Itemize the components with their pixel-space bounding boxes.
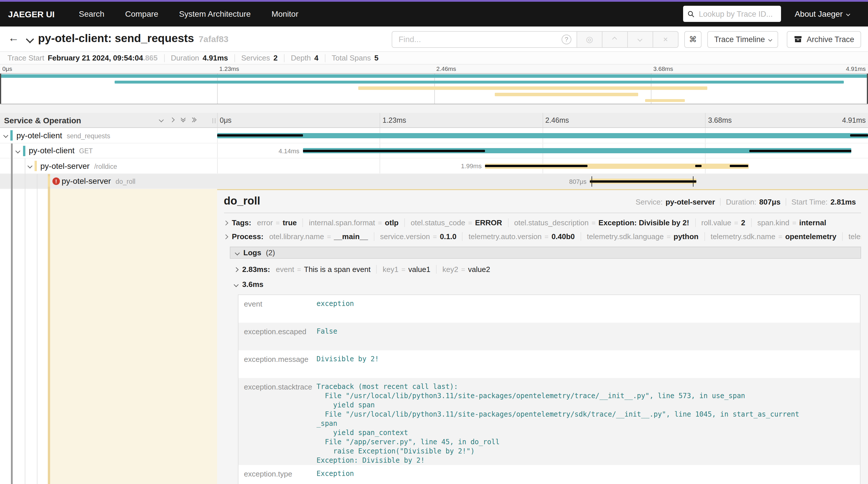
kv-key: roll.value xyxy=(701,218,731,227)
log-field-chip: key2=value2 xyxy=(442,265,496,274)
nav-link-monitor[interactable]: Monitor xyxy=(272,9,298,19)
timeline-tick-label: 4.91ms xyxy=(842,116,866,124)
span-detail-header: do_roll Service:py-otel-server Duration:… xyxy=(224,195,861,207)
span-detail-section: do_roll Service:py-otel-server Duration:… xyxy=(0,189,868,484)
trace-meta-bar: Trace StartFebruary 21 2024, 09:54:04.86… xyxy=(0,52,868,64)
process-row[interactable]: Process: otel.library.name=__main__servi… xyxy=(224,232,861,241)
span-expander-icon[interactable] xyxy=(16,148,21,153)
span-bar[interactable] xyxy=(217,133,868,138)
prev-result-button[interactable] xyxy=(602,31,628,48)
span-service-name[interactable]: py-otel-server/rolldice xyxy=(40,161,117,170)
span-log-marker xyxy=(693,176,694,186)
expand-all-icon[interactable] xyxy=(192,118,196,122)
span-row[interactable]: py-otel-server/rolldice1.99ms xyxy=(0,158,868,174)
focus-span-button[interactable]: ◎ xyxy=(577,31,602,48)
log-kv-key: exception.escaped xyxy=(238,323,314,350)
find-box[interactable]: ? xyxy=(392,31,577,48)
nav-link-system-architecture[interactable]: System Architecture xyxy=(179,9,251,19)
kv-value: __main__ xyxy=(334,232,368,241)
detail-divider xyxy=(224,213,861,213)
span-log-marker xyxy=(591,176,592,186)
tags-list: error=trueinternal.span.format=otlpotel.… xyxy=(257,218,837,227)
view-type-dropdown[interactable]: Trace Timeline xyxy=(707,31,778,48)
collapse-one-icon[interactable] xyxy=(159,118,164,122)
minimap-tick-label: 4.91ms xyxy=(846,65,866,72)
kv-value: true xyxy=(282,218,297,227)
timeline-tick-label: 1.23ms xyxy=(382,116,406,124)
minimap-right-handle[interactable] xyxy=(867,73,868,103)
trace-meta-item: Depth4 xyxy=(284,54,325,62)
span-service-name[interactable]: py-otel-serverdo_roll xyxy=(62,176,135,185)
trace-title: py-otel-client: send_requests7afaf83 xyxy=(38,32,228,45)
nav-link-search[interactable]: Search xyxy=(79,9,104,19)
log-kv-key: exception.stacktrace xyxy=(238,378,314,465)
kv-equals: = xyxy=(297,265,301,273)
critical-path-segment xyxy=(217,134,303,137)
kv-equals: = xyxy=(276,219,280,227)
find-input[interactable] xyxy=(397,34,558,44)
span-row[interactable]: py-otel-clientGET4.14ms xyxy=(0,143,868,158)
archive-icon xyxy=(794,35,803,43)
span-operation-name: send_requests xyxy=(67,132,110,139)
span-expander-icon[interactable] xyxy=(3,133,8,138)
span-expander-icon[interactable] xyxy=(28,164,33,169)
duration-value: 807μs xyxy=(759,198,780,206)
expand-one-icon[interactable] xyxy=(170,118,175,122)
critical-path-segment xyxy=(749,150,851,152)
minimap-canvas[interactable] xyxy=(0,73,868,104)
back-button[interactable]: ← xyxy=(8,32,19,44)
trace-id-short: 7afaf83 xyxy=(199,34,228,44)
kv-value: opentelemetry xyxy=(785,232,836,241)
nav-link-compare[interactable]: Compare xyxy=(125,9,158,19)
timeline-tick-label: 0μs xyxy=(220,116,231,124)
trace-meta-item: Services2 xyxy=(235,54,284,62)
about-jaeger-menu[interactable]: About Jaeger xyxy=(795,9,849,19)
column-border xyxy=(705,113,706,127)
span-service-name[interactable]: py-otel-clientsend_requests xyxy=(17,130,110,140)
trace-id-search[interactable] xyxy=(683,6,781,22)
jaeger-logo[interactable]: JAEGER UI xyxy=(8,9,55,19)
log-entry-collapsed[interactable]: 2.83ms: event=This is a span eventkey1=v… xyxy=(234,265,861,274)
process-list: otel.library.name=__main__service.versio… xyxy=(269,232,861,241)
trace-id-search-input[interactable] xyxy=(698,9,776,19)
archive-trace-button[interactable]: Archive Trace xyxy=(787,31,861,48)
span-row[interactable]: !py-otel-serverdo_roll807μs xyxy=(0,174,868,189)
meta-value: 5 xyxy=(374,54,378,62)
tag-chip: span.kind=internal xyxy=(757,218,832,227)
critical-path-segment xyxy=(850,134,868,137)
minimap-left-handle[interactable] xyxy=(0,73,1,103)
keyboard-shortcuts-button[interactable]: ⌘ xyxy=(684,31,702,48)
collapse-all-icon[interactable] xyxy=(181,118,185,122)
span-row[interactable]: py-otel-clientsend_requests xyxy=(0,128,868,143)
archive-trace-label: Archive Trace xyxy=(807,35,854,43)
span-service-name[interactable]: py-otel-clientGET xyxy=(29,146,93,155)
meta-label: Duration xyxy=(171,54,199,62)
kv-equals: = xyxy=(327,233,331,241)
log-entry-expanded[interactable]: 3.6ms xyxy=(234,280,861,289)
kv-key: otel.status_code xyxy=(411,218,465,227)
kv-value: otlp xyxy=(385,218,399,227)
log-kv-key: event xyxy=(238,295,314,323)
kv-key: key2 xyxy=(442,265,458,274)
meta-value-fraction: .865 xyxy=(143,54,158,62)
about-jaeger-label: About Jaeger xyxy=(795,9,843,19)
search-icon xyxy=(687,10,694,18)
jaeger-trace-page: JAEGER UI SearchCompareSystem Architectu… xyxy=(0,0,868,484)
log-kv-value: Traceback (most recent call last): File … xyxy=(314,378,860,465)
clear-find-button[interactable]: × xyxy=(653,31,679,48)
tag-chip: internal.span.format=otlp xyxy=(309,218,405,227)
logs-header[interactable]: Logs (2) xyxy=(229,247,861,259)
kv-key: telemetry.sdk.language xyxy=(587,232,664,241)
selected-span-gutter xyxy=(50,189,217,484)
next-result-button[interactable] xyxy=(628,31,653,48)
tags-row[interactable]: Tags: error=trueinternal.span.format=otl… xyxy=(224,218,861,227)
span-duration-label: 1.99ms xyxy=(461,162,482,170)
log-kv-value: False xyxy=(314,323,860,350)
collapse-trace-chevron[interactable] xyxy=(26,35,34,43)
critical-path-segment xyxy=(303,150,485,152)
column-resizer-grip[interactable] xyxy=(213,118,215,123)
process-chip: telemetry.auto.version=0.40b0 xyxy=(469,232,581,241)
process-chip: telemetry.sdk.name=opentelemetry xyxy=(710,232,843,241)
find-help-icon[interactable]: ? xyxy=(562,34,571,44)
kv-equals: = xyxy=(734,219,738,227)
